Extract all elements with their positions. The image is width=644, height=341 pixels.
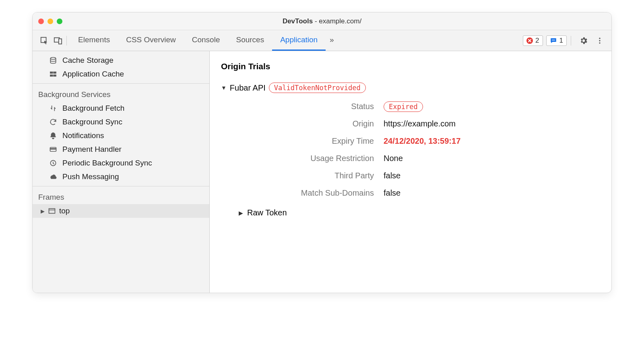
panel-body: Cache Storage Application Cache Backgrou… <box>33 51 611 293</box>
issues-icon <box>550 37 557 44</box>
svg-rect-13 <box>50 149 56 150</box>
disclosure-right-icon: ▶ <box>239 210 243 216</box>
raw-token-row[interactable]: ▶ Raw Token <box>239 208 600 217</box>
more-tabs-button[interactable]: » <box>326 30 338 51</box>
sidebar-item-label: Notifications <box>62 131 104 140</box>
svg-rect-15 <box>49 209 55 213</box>
error-icon <box>526 37 533 44</box>
field-value-origin: https://example.com <box>384 119 600 128</box>
issues-count: 1 <box>559 37 563 45</box>
sidebar-section-background: Background Services Background Fetch Bac… <box>33 84 209 186</box>
background-fetch-icon <box>49 104 58 112</box>
tab-console[interactable]: Console <box>184 30 228 51</box>
svg-rect-2 <box>59 39 62 44</box>
frame-label: top <box>59 207 70 215</box>
field-label-status: Status <box>253 102 374 111</box>
sidebar-item-background-fetch[interactable]: Background Fetch <box>33 101 209 115</box>
sidebar-item-frame-top[interactable]: ▶ top <box>33 204 209 218</box>
issues-chip[interactable]: 1 <box>546 35 567 46</box>
sidebar-item-label: Background Sync <box>62 118 122 126</box>
close-window-button[interactable] <box>38 19 44 24</box>
field-value-usage: None <box>384 154 600 163</box>
titlebar: DevTools - example.com/ <box>33 12 611 30</box>
field-value-status: Expired <box>384 102 600 111</box>
field-label-origin: Origin <box>253 119 374 128</box>
toolbar-separator <box>571 36 571 45</box>
field-label-expiry: Expiry Time <box>253 136 374 146</box>
svg-point-7 <box>50 58 56 60</box>
sidebar-item-label: Application Cache <box>62 70 124 79</box>
trial-name: Fubar API <box>230 83 266 93</box>
page-title: Origin Trials <box>221 62 600 71</box>
sidebar-item-label: Push Messaging <box>62 172 119 181</box>
devtools-toolbar: Elements CSS Overview Console Sources Ap… <box>33 30 611 51</box>
notifications-icon <box>49 132 58 140</box>
status-pill: Expired <box>384 101 423 112</box>
svg-rect-9 <box>54 72 56 73</box>
sidebar-item-application-cache[interactable]: Application Cache <box>33 67 209 81</box>
svg-rect-3 <box>552 39 555 40</box>
field-label-match-subdomains: Match Sub-Domains <box>253 188 374 198</box>
field-label-usage: Usage Restriction <box>253 154 374 163</box>
field-value-third-party: false <box>384 171 600 180</box>
application-cache-icon <box>49 70 58 78</box>
tab-sources[interactable]: Sources <box>228 30 272 51</box>
trial-details: Status Expired Origin https://example.co… <box>253 102 600 198</box>
tab-application[interactable]: Application <box>272 30 326 51</box>
sidebar-section-cache: Cache Storage Application Cache <box>33 51 209 84</box>
tab-elements[interactable]: Elements <box>70 30 118 51</box>
zoom-window-button[interactable] <box>57 19 62 24</box>
sidebar-item-background-sync[interactable]: Background Sync <box>33 115 209 129</box>
window-title: DevTools - example.com/ <box>33 17 611 25</box>
sidebar-item-push-messaging[interactable]: Push Messaging <box>33 170 209 184</box>
svg-point-4 <box>599 37 600 39</box>
svg-rect-8 <box>50 72 53 73</box>
svg-rect-10 <box>50 75 53 76</box>
periodic-sync-icon <box>49 159 58 167</box>
app-name: DevTools <box>283 17 313 25</box>
sidebar-item-cache-storage[interactable]: Cache Storage <box>33 54 209 67</box>
settings-button[interactable] <box>577 36 590 45</box>
origin-trials-panel: Origin Trials ▼ Fubar API ValidTokenNotP… <box>210 51 611 293</box>
inspect-element-icon[interactable] <box>37 34 51 48</box>
sidebar-item-payment-handler[interactable]: Payment Handler <box>33 143 209 156</box>
panel-tabs: Elements CSS Overview Console Sources Ap… <box>70 30 338 51</box>
tab-css-overview[interactable]: CSS Overview <box>118 30 184 51</box>
frame-icon <box>48 207 56 215</box>
application-sidebar: Cache Storage Application Cache Backgrou… <box>33 51 210 293</box>
trial-status-badge: ValidTokenNotProvided <box>269 83 366 93</box>
sidebar-section-frames: Frames ▶ top <box>33 186 209 293</box>
raw-token-label: Raw Token <box>247 208 287 217</box>
push-messaging-icon <box>49 173 58 181</box>
field-label-third-party: Third Party <box>253 171 374 180</box>
minimize-window-button[interactable] <box>47 19 53 24</box>
payment-handler-icon <box>49 145 58 153</box>
svg-rect-11 <box>54 75 56 76</box>
sidebar-item-notifications[interactable]: Notifications <box>33 129 209 143</box>
svg-point-5 <box>599 40 600 41</box>
sidebar-item-label: Background Fetch <box>62 104 124 113</box>
sidebar-item-periodic-sync[interactable]: Periodic Background Sync <box>33 156 209 170</box>
disclosure-down-icon: ▼ <box>221 85 227 91</box>
toolbar-separator <box>66 36 67 45</box>
sidebar-item-label: Periodic Background Sync <box>62 159 152 167</box>
disclosure-right-icon: ▶ <box>41 208 45 214</box>
field-value-expiry: 24/12/2020, 13:59:17 <box>384 136 600 146</box>
sidebar-item-label: Cache Storage <box>62 56 114 65</box>
errors-count: 2 <box>535 37 539 45</box>
sidebar-item-label: Payment Handler <box>62 145 122 154</box>
sidebar-heading-frames: Frames <box>33 189 209 204</box>
svg-point-6 <box>599 42 600 43</box>
field-value-match-subdomains: false <box>384 188 600 198</box>
window-controls <box>38 19 62 24</box>
background-sync-icon <box>49 118 58 126</box>
window-url: example.com/ <box>319 17 361 25</box>
devtools-window: DevTools - example.com/ Elements CSS Ove… <box>32 12 612 293</box>
origin-trial-row[interactable]: ▼ Fubar API ValidTokenNotProvided <box>221 83 600 93</box>
more-menu-button[interactable] <box>593 37 607 45</box>
errors-chip[interactable]: 2 <box>523 35 543 46</box>
cache-storage-icon <box>49 56 58 64</box>
device-toolbar-icon[interactable] <box>51 34 65 48</box>
sidebar-heading-background: Background Services <box>33 86 209 101</box>
